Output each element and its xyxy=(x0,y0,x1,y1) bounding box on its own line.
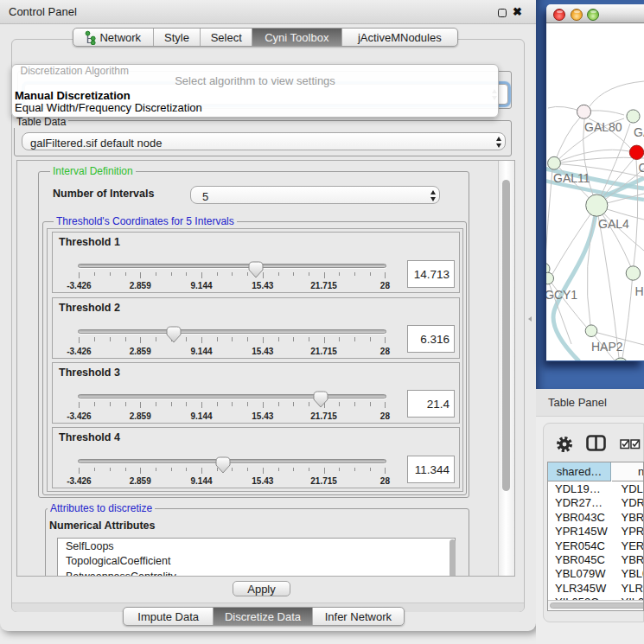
tab-label: Select xyxy=(211,31,242,44)
table-header-name[interactable]: name xyxy=(612,462,644,481)
attributes-list[interactable]: SelfLoopsTopologicalCoefficientBetweenne… xyxy=(57,538,456,577)
slider-tick xyxy=(232,402,233,406)
table-row-cell[interactable]: YDR27 xyxy=(622,496,644,509)
slider-thumb[interactable] xyxy=(248,261,264,278)
slider-tick xyxy=(309,272,309,277)
slider-tick-label: 2.859 xyxy=(130,281,151,290)
table-row-cell[interactable]: YLR345W xyxy=(555,582,606,595)
threshold-label: Threshold 2 xyxy=(59,302,120,314)
table-h-scrollbar[interactable] xyxy=(548,600,644,609)
threshold-value-field[interactable]: 6.316 xyxy=(407,325,455,353)
table-row-cell[interactable]: YLR345W xyxy=(622,582,644,595)
top-tab-bar: NetworkStyleSelectCyni ToolboxjActiveMNo… xyxy=(73,28,458,47)
node-table: shared…nameYDL19…YDL19YDR27…YDR27YBR043C… xyxy=(547,462,644,611)
numerical-attributes-heading: Numerical Attributes xyxy=(49,520,155,532)
slider-tick-label: 21.715 xyxy=(310,281,337,290)
table-row-cell[interactable]: YBR045C xyxy=(555,553,605,566)
table-row-cell[interactable]: YDL19… xyxy=(555,482,601,495)
slider-tick xyxy=(324,468,325,474)
threshold-value-field[interactable]: 11.344 xyxy=(407,456,455,483)
interval-definition-group-title: Interval Definition xyxy=(50,166,136,177)
threshold-label: Threshold 4 xyxy=(59,431,120,443)
slider-tick xyxy=(79,402,80,408)
tab-style[interactable]: Style xyxy=(154,29,201,46)
slider-tick xyxy=(140,272,141,278)
slider-tick xyxy=(94,272,95,277)
control-panel-title: Control Panel xyxy=(9,5,77,18)
table-row-cell[interactable]: YBR045C xyxy=(622,553,644,566)
slider-tick xyxy=(171,468,172,472)
table-row-cell[interactable]: YDL19 xyxy=(622,482,644,495)
slider-tick xyxy=(94,468,95,472)
tab-jactivemnodules[interactable]: jActiveMNodules xyxy=(342,29,457,46)
float-window-icon[interactable] xyxy=(498,9,507,17)
table-row-cell[interactable]: YBL079W xyxy=(622,567,644,580)
slider-tick xyxy=(278,402,279,406)
close-icon[interactable]: ✖ xyxy=(513,5,522,18)
table-row-cell[interactable]: YDR27… xyxy=(555,496,603,509)
slider-tick xyxy=(278,468,279,472)
list-item[interactable]: TopologicalCoefficient xyxy=(66,555,170,570)
slider-tick xyxy=(217,402,218,406)
table-row-cell[interactable]: YBR043C xyxy=(622,511,644,524)
tab-select[interactable]: Select xyxy=(201,29,252,46)
slider-thumb[interactable] xyxy=(166,326,182,343)
slider-tick xyxy=(385,272,386,278)
slider-tick xyxy=(156,468,156,472)
control-panel-titlebar[interactable] xyxy=(0,0,536,24)
slider-thumb[interactable] xyxy=(313,391,328,408)
list-item[interactable]: BetweennessCentrality xyxy=(66,571,176,577)
number-of-intervals-combobox[interactable]: 5 xyxy=(190,186,440,204)
checkbox-icon[interactable] xyxy=(620,439,630,450)
table-row-cell[interactable]: YPR145W xyxy=(622,525,644,538)
scrollbar-thumb[interactable] xyxy=(502,180,510,491)
apply-button[interactable]: Apply xyxy=(233,581,290,596)
tab-label: Network xyxy=(99,31,141,44)
slider-tick xyxy=(201,272,202,278)
table-row-cell[interactable]: YER054C xyxy=(622,539,644,552)
tab-infer-network[interactable]: Infer Network xyxy=(313,608,404,625)
table-row-cell[interactable]: YBL079W xyxy=(555,567,606,580)
slider-tick xyxy=(79,272,80,278)
slider-tick xyxy=(110,337,111,341)
list-item[interactable]: SelfLoops xyxy=(66,540,114,555)
threshold-panel: Threshold 1-3.4262.8599.14415.4321.71528… xyxy=(52,232,460,293)
threshold-value-field[interactable]: 21.4 xyxy=(407,390,455,418)
divider-collapse-icon[interactable] xyxy=(528,316,532,322)
slider-track[interactable] xyxy=(78,329,386,334)
table-h-scrollbar-thumb[interactable] xyxy=(550,603,644,609)
slider-tick xyxy=(125,337,126,341)
slider-tick xyxy=(370,272,371,277)
table-data-combobox[interactable]: galFiltered.sif default node xyxy=(22,132,506,150)
slider-tick xyxy=(201,402,202,408)
tab-impute-data[interactable]: Impute Data xyxy=(124,608,214,625)
tab-discretize-data[interactable]: Discretize Data xyxy=(214,608,312,625)
tab-network[interactable]: Network xyxy=(73,29,154,46)
number-of-intervals-value: 5 xyxy=(202,190,208,203)
attributes-group-title: Attributes to discretize xyxy=(48,503,155,514)
table-header-shared-name[interactable]: shared… xyxy=(548,462,611,481)
tab-cyni-toolbox[interactable]: Cyni Toolbox xyxy=(252,29,342,46)
list-scrollbar-thumb[interactable] xyxy=(450,539,456,577)
slider-track[interactable] xyxy=(78,394,386,399)
slider-tick xyxy=(293,402,294,406)
slider-track[interactable] xyxy=(78,264,386,268)
checkbox-icon[interactable] xyxy=(630,439,641,450)
slider-tick xyxy=(370,402,371,406)
table-row-cell[interactable]: YBR043C xyxy=(555,511,605,524)
slider-thumb[interactable] xyxy=(215,456,231,474)
table-row-cell[interactable]: YER054C xyxy=(555,539,605,552)
slider-tick xyxy=(278,272,279,277)
table-row-cell[interactable]: YPR145W xyxy=(555,525,608,538)
columns-icon[interactable] xyxy=(586,435,607,452)
dropdown-item-equal-width[interactable]: Equal Width/Frequency Discretization xyxy=(15,101,202,114)
threshold-value-field[interactable]: 14.713 xyxy=(407,260,455,288)
slider-tick-label: 15.43 xyxy=(252,347,273,356)
slider-tick xyxy=(217,337,218,341)
slider-track[interactable] xyxy=(78,459,386,463)
slider-tick xyxy=(247,468,248,472)
dropdown-item-manual-discretization[interactable]: Manual Discretization xyxy=(15,89,131,102)
threshold-label: Threshold 3 xyxy=(59,367,120,379)
slider-tick xyxy=(125,468,126,472)
gear-icon[interactable] xyxy=(556,436,573,453)
